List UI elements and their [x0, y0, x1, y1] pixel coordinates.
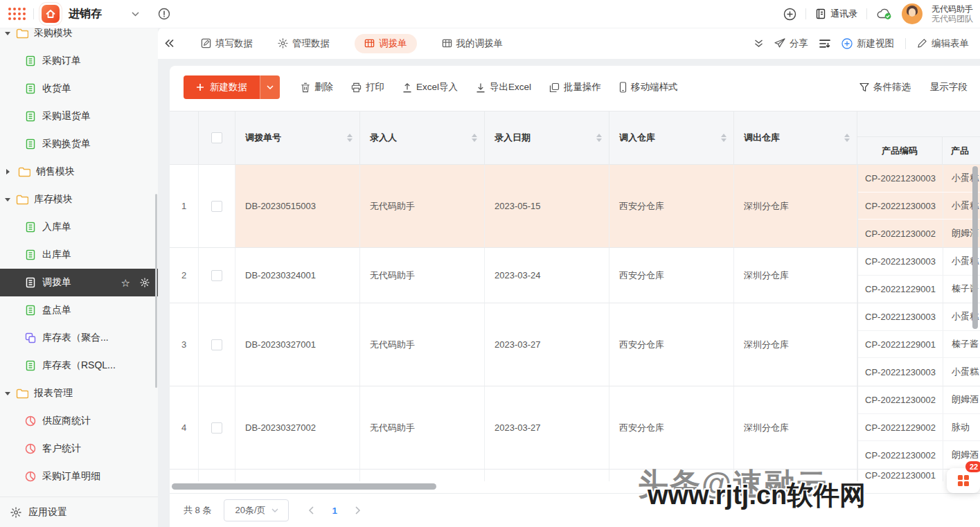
print-button[interactable]: 打印: [351, 81, 384, 93]
new-view-button[interactable]: 新建视图: [841, 37, 894, 50]
excel-export-button[interactable]: 导出Excel: [476, 81, 531, 93]
column-header-order-no[interactable]: 调拨单号: [235, 111, 360, 164]
cell-out-warehouse: [734, 470, 857, 481]
cell-out-warehouse: 深圳分仓库: [734, 386, 857, 469]
sidebar-item-label: 报表管理: [34, 387, 73, 400]
double-chevron-down-icon[interactable]: [754, 39, 763, 48]
view-list-icon[interactable]: [819, 39, 830, 48]
gear-icon[interactable]: [140, 278, 150, 287]
chevron-down-icon[interactable]: [132, 12, 139, 17]
sidebar-item[interactable]: 报表管理: [0, 379, 158, 407]
page-size-select[interactable]: 20条/页: [224, 499, 289, 521]
grid-icon: [958, 475, 969, 486]
next-page-button[interactable]: [355, 506, 361, 515]
folder-icon: [16, 387, 28, 400]
sort-icon[interactable]: [472, 131, 477, 145]
sidebar-item[interactable]: 客户统计: [0, 435, 158, 463]
prev-page-button[interactable]: [308, 506, 314, 515]
excel-import-button[interactable]: Excel导入: [402, 81, 458, 93]
tab-manage-data[interactable]: 管理数据: [278, 37, 330, 50]
column-header-out-warehouse[interactable]: 调出仓库: [734, 111, 857, 164]
sidebar-item[interactable]: 调拨单☆: [0, 269, 158, 296]
smartphone-icon: [619, 82, 627, 93]
sidebar-item[interactable]: 采购退货单: [0, 102, 158, 130]
sidebar-scrollbar[interactable]: [155, 194, 157, 388]
user-avatar[interactable]: [902, 3, 923, 24]
doc-icon: [24, 276, 37, 289]
product-row: CP-20221230002朗姆酒: [858, 441, 980, 469]
row-checkbox[interactable]: [211, 422, 222, 434]
row-checkbox[interactable]: [211, 339, 222, 350]
info-icon[interactable]: [158, 8, 170, 20]
sidebar-item[interactable]: 销售模块: [0, 158, 158, 186]
tab-transfer-orders[interactable]: 调拨单: [355, 34, 417, 53]
caret-down-icon[interactable]: [5, 32, 10, 38]
collapse-sidebar-icon[interactable]: [158, 39, 181, 48]
table-header: 调拨单号 录入人 录入日期 调入仓库: [170, 111, 980, 165]
tab-my-transfer-orders[interactable]: 我的调拨单: [442, 37, 504, 50]
sidebar-item[interactable]: 采购订单: [0, 47, 158, 75]
show-fields-button[interactable]: 显示字段: [930, 81, 968, 93]
sort-icon[interactable]: [347, 131, 353, 145]
floating-apps-button[interactable]: 22: [947, 468, 980, 493]
column-header-creator[interactable]: 录入人: [360, 111, 485, 164]
star-icon[interactable]: ☆: [121, 278, 130, 288]
caret-right-icon[interactable]: [6, 169, 12, 175]
sidebar-item[interactable]: 收货单: [0, 75, 158, 102]
content-area: 新建数据 删除 打印: [158, 59, 980, 527]
batch-operation-button[interactable]: 批量操作: [549, 81, 601, 93]
sidebar-item-label: 收货单: [42, 82, 71, 95]
cloud-sync-icon[interactable]: [876, 8, 893, 20]
cell-out-warehouse: 深圳分仓库: [734, 248, 857, 303]
product-column-group: 产品编码 产品: [857, 111, 980, 164]
horizontal-scrollbar[interactable]: [172, 483, 436, 490]
share-label: 分享: [790, 37, 808, 50]
app-launcher-icon[interactable]: [8, 8, 26, 20]
tab-fill-data[interactable]: 填写数据: [201, 37, 253, 50]
row-number-cell: 2: [170, 248, 199, 303]
sidebar-item[interactable]: 采购换货单: [0, 130, 158, 158]
column-header-product-name[interactable]: 产品: [942, 137, 980, 164]
column-header-in-warehouse[interactable]: 调入仓库: [609, 111, 734, 164]
home-icon[interactable]: [42, 5, 60, 23]
sort-icon[interactable]: [721, 131, 727, 145]
delete-button[interactable]: 删除: [301, 81, 333, 93]
new-data-button[interactable]: 新建数据: [184, 75, 280, 99]
current-page[interactable]: 1: [332, 506, 337, 516]
share-button[interactable]: 分享: [774, 37, 808, 50]
edit-form-button[interactable]: 编辑表单: [917, 37, 969, 50]
table-row: 4DB-20230327002无代码助手2023-03-27西安分仓库深圳分仓库…: [170, 386, 980, 470]
sidebar-item[interactable]: 采购订单明细: [0, 463, 158, 490]
new-data-dropdown[interactable]: [260, 75, 280, 99]
sidebar-item-label: 采购换货单: [42, 138, 91, 150]
add-circle-icon[interactable]: [783, 8, 796, 21]
sidebar-item[interactable]: 供应商统计: [0, 407, 158, 435]
sidebar-item[interactable]: 库存表（聚合...: [0, 324, 158, 352]
vertical-scrollbar[interactable]: [972, 166, 978, 329]
caret-down-icon[interactable]: [5, 198, 10, 204]
sidebar-item[interactable]: 库存模块: [0, 186, 158, 213]
cell-product-name: 榛子酱: [943, 331, 980, 358]
app-settings-button[interactable]: 应用设置: [0, 497, 158, 527]
sort-icon[interactable]: [596, 131, 602, 145]
data-table: 调拨单号 录入人 录入日期 调入仓库: [170, 111, 980, 493]
sidebar-item[interactable]: 采购模块: [0, 28, 158, 47]
cell-date: 2023-03-27: [485, 303, 609, 386]
caret-down-icon[interactable]: [5, 392, 10, 398]
contacts-button[interactable]: 通讯录: [815, 8, 857, 20]
table-footer: 共 8 条 20条/页 1: [170, 493, 980, 527]
cell-creator: 无代码助手: [360, 165, 485, 247]
sidebar-item[interactable]: 库存表（RSQL...: [0, 352, 158, 379]
sort-icon[interactable]: [844, 131, 850, 145]
column-header-date[interactable]: 录入日期: [485, 111, 609, 164]
mobile-style-button[interactable]: 移动端样式: [619, 81, 678, 93]
filter-button[interactable]: 条件筛选: [859, 81, 911, 93]
row-checkbox[interactable]: [211, 270, 222, 281]
column-header-product-code[interactable]: 产品编码: [857, 145, 942, 157]
select-all-checkbox[interactable]: [211, 132, 222, 143]
sidebar-item[interactable]: 出库单: [0, 241, 158, 269]
row-checkbox[interactable]: [211, 201, 222, 212]
product-sub-rows: CP-20221230003小蛋糕CP-20221230003小蛋糕CP-202…: [857, 165, 980, 247]
sidebar-item[interactable]: 入库单: [0, 213, 158, 241]
sidebar-item[interactable]: 盘点单: [0, 296, 158, 324]
